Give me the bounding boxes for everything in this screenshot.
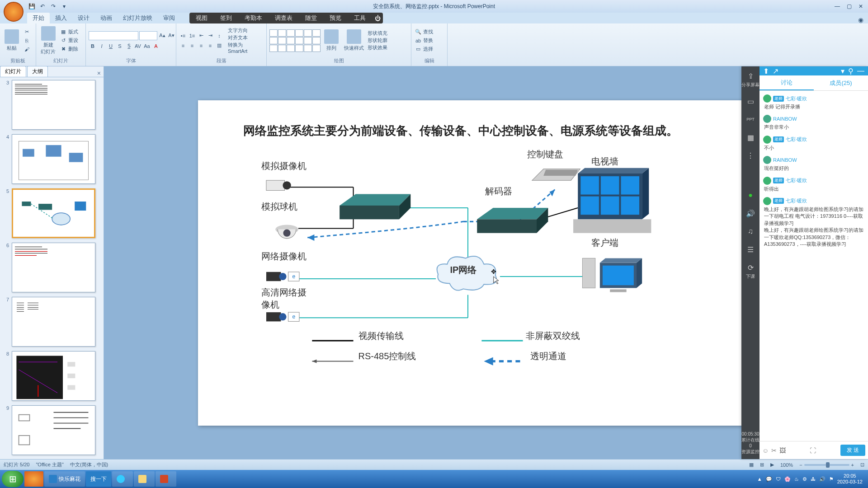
shape-outline-button[interactable]: 形状轮廓 [368,37,387,44]
panel-tab-slides[interactable]: 幻灯片 [0,66,26,77]
smartart-button[interactable]: 转换为 SmartArt [228,42,264,54]
qat-undo-icon[interactable]: ↶ [38,2,47,11]
find-button[interactable]: 🔍查找 [414,28,433,36]
music-button[interactable]: ♫ [745,226,755,236]
charspace-icon[interactable]: AV [134,42,142,50]
zoom-out-icon[interactable]: − [799,462,802,468]
new-slide-button[interactable]: 新建 幻灯片 [39,25,57,56]
tray-icon-6[interactable]: ⚙ [802,476,807,482]
emoji-icon[interactable]: ☺ [762,447,769,454]
delete-button[interactable]: ✖删除 [59,45,78,53]
office-button[interactable] [4,2,24,22]
task-item-0[interactable] [24,471,43,487]
tab-animation[interactable]: 动画 [95,13,118,23]
align-center-icon[interactable]: ≡ [188,42,196,50]
etab-survey[interactable]: 调查表 [269,13,299,23]
shrink-font-icon[interactable]: A▾ [167,32,175,40]
expand-icon[interactable]: ⛶ [810,447,816,454]
task-item-explorer[interactable] [134,471,155,487]
align-right-icon[interactable]: ≡ [197,42,205,50]
changecase-icon[interactable]: Aa [143,42,151,50]
thumb-9[interactable] [12,405,95,455]
send-button[interactable]: 发 送 [840,445,865,456]
volume-button[interactable]: 🔊 [745,208,755,218]
tray-icon-9[interactable]: ⚑ [829,476,834,482]
view-normal-icon[interactable]: ▦ [749,462,754,468]
task-item-ie[interactable]: 快乐麻花 [44,471,85,487]
thumbnails-list[interactable]: 3▬▬▬▬▬▬▬▬▬▬▬▬▬▬▬▬▬▬▬▬▬▬▬▬▬▬▬▬▬▬▬▬▬▬▬▬▬▬▬… [0,77,104,459]
tray-icon-5[interactable]: ♨ [794,476,799,482]
view-sorter-icon[interactable]: ⊞ [760,462,764,468]
zoom-in-icon[interactable]: + [851,462,854,468]
indent-dec-icon[interactable]: ⇤ [197,32,205,40]
task-item-ppt[interactable] [156,471,176,487]
list-button[interactable]: ☰ [745,244,755,254]
fontcolor-icon[interactable]: A [152,42,160,50]
view-slideshow-icon[interactable]: ▶ [770,462,774,468]
shape-effects-button[interactable]: 形状效果 [368,44,387,51]
qat-more-icon[interactable]: ▾ [60,2,69,11]
task-item-media[interactable] [112,471,133,487]
columns-icon[interactable]: ▥ [215,42,223,50]
header-min-icon[interactable]: — [857,67,864,75]
chat-messages[interactable]: 老师七彩·暖欣老师 记得开录播 RAINBOW声音非常小 老师七彩·暖欣不小 R… [760,91,868,441]
etab-attendance[interactable]: 考勤本 [238,13,269,23]
maximize-button[interactable]: ▢ [844,2,854,10]
header-icon-3[interactable]: ▾ [841,67,844,75]
power-icon[interactable]: ⏻ [372,13,383,23]
arrange-button[interactable]: 排列 [322,28,340,52]
etab-preview[interactable]: 预览 [323,13,348,23]
bold-icon[interactable]: B [89,42,97,50]
align-left-icon[interactable]: ≡ [179,42,187,50]
thumb-5[interactable] [12,188,95,238]
scissors-icon[interactable]: ✂ [771,447,777,454]
tray-icon-3[interactable]: 🛡 [776,476,781,482]
tab-slideshow[interactable]: 幻灯片放映 [118,13,158,23]
image-icon[interactable]: 🖼 [779,447,786,454]
italic-icon[interactable]: I [98,42,106,50]
tab-design[interactable]: 设计 [72,13,95,23]
tray-icon-1[interactable]: ▲ [757,476,762,482]
textdir-button[interactable]: 文字方向 [228,27,264,34]
view-button[interactable]: ▭ [745,96,755,106]
indent-inc-icon[interactable]: ⇥ [206,32,214,40]
bullets-icon[interactable]: •≡ [179,32,187,40]
zoom-percent[interactable]: 100% [780,462,793,468]
thumb-3[interactable]: ▬▬▬▬▬▬▬▬▬▬▬▬▬▬▬▬▬▬▬▬▬▬▬▬▬▬▬▬▬▬▬▬▬▬▬▬▬▬▬▬… [12,80,95,130]
justify-icon[interactable]: ≡ [206,42,214,50]
qat-redo-icon[interactable]: ↷ [49,2,58,11]
grid-button[interactable]: ▦ [745,132,755,142]
share-screen-button[interactable]: ⇪分享屏幕 [741,71,760,88]
font-size-combo[interactable] [139,31,157,40]
close-button[interactable]: ✕ [855,2,866,10]
aligntext-button[interactable]: 对齐文本 [228,34,264,41]
font-family-combo[interactable] [89,31,138,40]
etab-view[interactable]: 视图 [189,13,214,23]
tab-home[interactable]: 开始 [27,13,50,23]
shapes-gallery[interactable] [269,29,321,52]
cut-icon[interactable]: ✂ [23,28,31,36]
ppt-button[interactable]: PPT [745,114,755,124]
ribbon-help-icon[interactable]: ◉ [858,16,863,23]
endclass-button[interactable]: ⟳下课 [745,263,755,280]
task-item-search[interactable]: 搜一下 [86,471,111,487]
grow-font-icon[interactable]: A▴ [158,32,166,40]
shape-fill-button[interactable]: 形状填充 [368,30,387,37]
tab-review[interactable]: 审阅 [158,13,180,23]
fit-window-icon[interactable]: ⊡ [860,462,864,468]
qat-save-icon[interactable]: 💾 [27,2,36,11]
start-button[interactable]: ⊞ [2,471,24,487]
format-painter-icon[interactable]: 🖌 [23,45,31,53]
chat-tab-discuss[interactable]: 讨论 [760,75,814,90]
reset-button[interactable]: ↺重设 [59,37,78,45]
thumb-4[interactable] [12,134,95,184]
header-icon-2[interactable]: ↗ [773,67,778,75]
minimize-button[interactable]: — [832,2,843,10]
paste-button[interactable]: 粘贴 [3,28,21,52]
header-icon-4[interactable]: ⚲ [848,67,854,75]
thumb-6[interactable]: ▬▬▬▬▬▬▬▬▬▬▬▬▬▬▬▬▬▬▬▬▬▬▬▬▬▬▬▬▬▬▬▬▬▬▬▬▬▬▬▬… [12,243,95,292]
strike-icon[interactable]: S [116,42,124,50]
linespace-icon[interactable]: ↕ [215,32,223,40]
zoom-slider[interactable] [804,464,849,466]
shadow-icon[interactable]: S̲ [125,42,133,50]
